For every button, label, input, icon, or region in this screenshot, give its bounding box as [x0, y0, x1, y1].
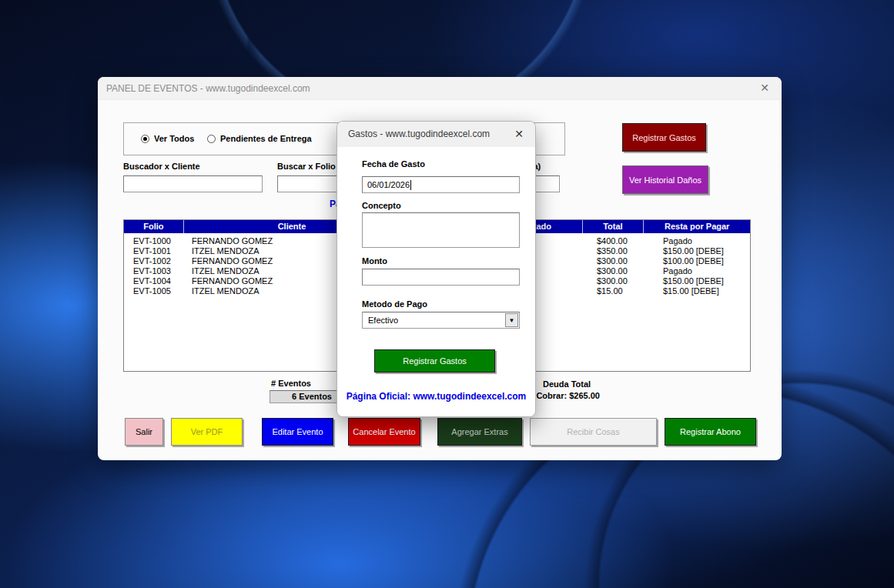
window-title: PANEL DE EVENTOS - www.tugodindeexcel.co… [106, 83, 310, 94]
cell-resta: $150.00 [DEBE] [663, 246, 724, 256]
cell-folio: EVT-1000 [133, 236, 171, 246]
editar-evento-button[interactable]: Editar Evento [262, 418, 333, 446]
registrar-gastos-button[interactable]: Registrar Gastos [622, 123, 706, 152]
metodo-pago-value: Efectivo [368, 316, 398, 325]
cell-resta: $15.00 [DEBE] [663, 286, 719, 296]
cell-cliente: ITZEL MENDOZA [192, 266, 259, 276]
cell-folio: EVT-1005 [133, 286, 171, 296]
cell-total: $300.00 [597, 256, 628, 266]
cell-cliente: FERNANDO GOMEZ [192, 256, 273, 266]
agregar-extras-button[interactable]: Agregar Extras [437, 418, 522, 446]
dialog-titlebar: Gastos - www.tugodindeexcel.com ✕ [337, 122, 535, 147]
radio-pendientes-entrega[interactable]: Pendientes de Entrega [207, 134, 312, 143]
cell-resta: Pagado [663, 236, 692, 246]
radio-ver-todos[interactable]: Ver Todos [141, 134, 194, 143]
cell-cliente: FERNANDO GOMEZ [192, 236, 273, 246]
cell-folio: EVT-1004 [133, 276, 171, 286]
cell-folio: EVT-1002 [133, 256, 171, 266]
cell-cliente: FERNANDO GOMEZ [192, 276, 273, 286]
cell-resta: Pagado [663, 266, 692, 276]
ver-pdf-button[interactable]: Ver PDF [171, 418, 243, 446]
window-close-icon[interactable]: ✕ [757, 82, 772, 94]
monto-label: Monto [362, 256, 387, 266]
cell-total: $300.00 [597, 266, 628, 276]
metodo-pago-select[interactable]: Efectivo ▼ [362, 312, 520, 329]
col-total: Total [583, 220, 645, 233]
radio-selected-icon [141, 135, 149, 143]
ver-historial-danos-button[interactable]: Ver Historial Daños [622, 165, 708, 194]
recibir-cosas-button[interactable]: Recibir Cosas [530, 418, 657, 446]
gastos-dialog: Gastos - www.tugodindeexcel.com ✕ Fecha … [337, 121, 536, 417]
metodo-pago-label: Metodo de Pago [362, 299, 427, 309]
concepto-input[interactable] [362, 212, 520, 248]
buscador-cliente-label: Buscador x Cliente [123, 162, 200, 171]
cell-folio: EVT-1001 [133, 246, 171, 256]
buscador-cliente-input[interactable] [123, 175, 263, 192]
radio-ver-todos-label: Ver Todos [154, 134, 194, 143]
dialog-registrar-gastos-button[interactable]: Registrar Gastos [374, 349, 495, 373]
text-caret [410, 180, 411, 190]
col-folio: Folio [124, 220, 184, 233]
radio-pendientes-label: Pendientes de Entrega [220, 134, 312, 143]
cell-resta: $150.00 [DEBE] [663, 276, 724, 286]
cell-total: $300.00 [597, 276, 628, 286]
chevron-down-icon[interactable]: ▼ [505, 313, 518, 327]
salir-button[interactable]: Salir [125, 418, 163, 446]
eventos-count-label: # Eventos [271, 379, 311, 388]
buscar-folio-label: Buscar x Folio [277, 162, 336, 171]
cell-total: $15.00 [597, 286, 623, 296]
cell-total: $400.00 [597, 236, 628, 246]
cell-cliente: ITZEL MENDOZA [192, 246, 259, 256]
fecha-gasto-input[interactable]: 06/01/2026 [362, 176, 520, 193]
fecha-gasto-label: Fecha de Gasto [362, 159, 425, 169]
radio-unselected-icon [207, 135, 216, 143]
deuda-total-label: Deuda Total [543, 379, 591, 389]
cancelar-evento-button[interactable]: Cancelar Evento [348, 418, 420, 446]
monto-input[interactable] [362, 269, 520, 286]
cell-folio: EVT-1003 [133, 266, 171, 276]
cell-cliente: ITZEL MENDOZA [192, 286, 259, 296]
dialog-title: Gastos - www.tugodindeexcel.com [348, 129, 490, 139]
window-titlebar: PANEL DE EVENTOS - www.tugodindeexcel.co… [98, 77, 782, 100]
dialog-official-page-link[interactable]: Página Oficial: www.tugodindeexcel.com [337, 391, 535, 402]
concepto-label: Concepto [362, 201, 401, 210]
cell-total: $350.00 [597, 246, 628, 256]
col-resta: Resta por Pagar [644, 220, 750, 233]
fecha-gasto-value: 06/01/2026 [367, 180, 410, 189]
registrar-abono-button[interactable]: Registrar Abono [665, 418, 756, 446]
dialog-close-icon[interactable]: ✕ [512, 128, 526, 140]
cell-resta: $100.00 [DEBE] [663, 256, 724, 266]
